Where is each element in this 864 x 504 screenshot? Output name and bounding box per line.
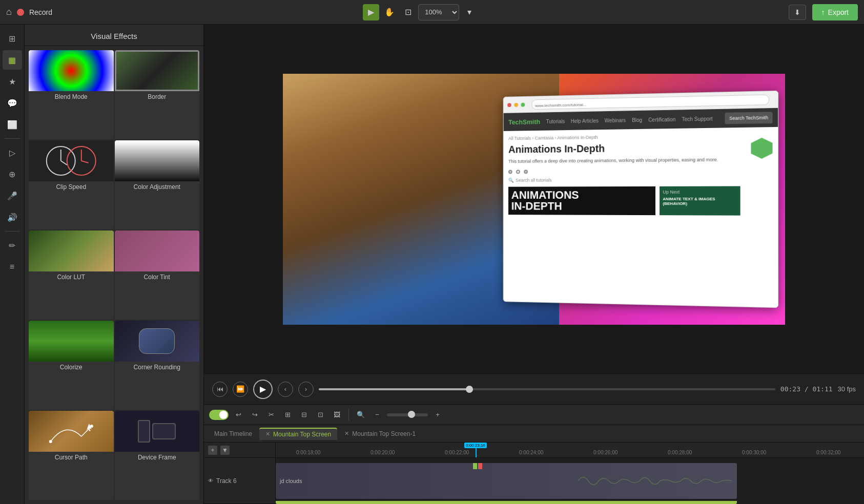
icon-bar-library[interactable]: ▦ (3, 50, 22, 70)
search-glass-icon: 🔍 (508, 177, 513, 182)
banner-line2: IN-DEPTH (511, 200, 653, 212)
browser-url-bar: www.techsmith.com/tutorial... (532, 94, 770, 110)
effect-label-device-frame: Device Frame (138, 454, 176, 461)
screenshot-button[interactable]: 🖼 (330, 408, 343, 422)
zoom-in-btn[interactable]: 🔍 (354, 408, 367, 422)
icon-bar-comments[interactable]: 💬 (3, 93, 22, 113)
browser-search-btn[interactable]: Search TechSmith (725, 112, 773, 124)
effect-thumb-colorize (29, 321, 114, 362)
effects-title: Visual Effects (25, 25, 203, 46)
app-title: Record (29, 8, 52, 16)
tab-main-timeline[interactable]: Main Timeline (208, 428, 258, 439)
banner-line1: ANIMATIONS (511, 189, 653, 200)
copy-button[interactable]: ⊞ (281, 408, 294, 422)
effect-thumb-corner-rounding (115, 321, 200, 362)
next-frame-button[interactable]: › (298, 382, 314, 397)
fps-display: 30 fps (838, 385, 856, 393)
effect-thumb-border (115, 50, 200, 91)
crop-tool-button[interactable]: ⊡ (400, 4, 416, 20)
zoom-slider[interactable] (387, 413, 428, 416)
playback-progress (319, 388, 469, 390)
paste-button[interactable]: ⊟ (297, 408, 311, 422)
effect-label-color-adj: Color Adjustment (134, 183, 180, 191)
search-tutorials-text: Search all tutorials (516, 177, 552, 182)
step-forward-button[interactable]: ⏩ (233, 382, 248, 397)
icon-bar-zoom[interactable]: ⊕ (3, 164, 22, 184)
export-button[interactable]: ↑ Export (812, 4, 858, 20)
prev-frame-button[interactable]: ‹ (278, 382, 293, 397)
zoom-plus-btn[interactable]: + (431, 408, 444, 422)
playback-slider[interactable] (319, 388, 775, 390)
pan-tool-button[interactable]: ✋ (381, 4, 398, 20)
content-grid: ANIMATIONS IN-DEPTH Up Next ANIMATE TEXT… (508, 186, 740, 215)
playhead-time-label: 0:00:23;16 (464, 443, 487, 448)
add-track-button[interactable]: + (208, 446, 217, 455)
effect-colorize[interactable]: Colorize (29, 321, 114, 410)
animations-banner: ANIMATIONS IN-DEPTH (508, 186, 655, 215)
icon-bar-captions[interactable]: ≡ (3, 257, 22, 277)
browser-breadcrumb: All Tutorials › Camtasia › Animations In… (508, 133, 740, 141)
clip-jd-clouds[interactable]: jd clouds (276, 463, 737, 499)
effect-clip-speed[interactable]: Clip Speed (29, 140, 114, 229)
playback-bar: ⏮ ⏩ ▶ ‹ › 00:23 / 01:11 30 fps (204, 373, 864, 404)
filter-dot-3 (524, 170, 528, 174)
icon-bar-callouts[interactable]: ⬜ (3, 115, 22, 134)
effect-cursor-path[interactable]: Cursor Path (29, 411, 114, 500)
cut-button[interactable]: ✂ (264, 408, 278, 422)
effect-label-color-lut: Color LUT (57, 274, 85, 281)
preview-canvas: www.techsmith.com/tutorial... TechSmith … (283, 74, 785, 325)
redo-button[interactable]: ↪ (248, 408, 261, 422)
techsmith-hex-logo (751, 137, 773, 159)
select-tool-button[interactable]: ▶ (363, 4, 379, 20)
play-button[interactable]: ▶ (253, 380, 273, 399)
rewind-button[interactable]: ⏮ (212, 382, 228, 397)
browser-filter-area (508, 168, 740, 174)
zoom-minus-btn[interactable]: − (371, 408, 384, 422)
nav-tutorials: Tutorials (546, 118, 565, 124)
effect-color-tint[interactable]: Color Tint (115, 230, 200, 320)
icon-bar-volume[interactable]: 🔊 (3, 207, 22, 227)
effect-label-colorize: Colorize (60, 364, 83, 371)
split-button[interactable]: ⊡ (314, 408, 327, 422)
time-mark-32: 0:00:32;00 (816, 450, 840, 455)
timeline-tabs: Main Timeline ✕ Mountain Top Screen ✕ Mo… (204, 425, 864, 443)
effects-panel: Visual Effects Blend Mode Border (25, 25, 204, 504)
effect-thumb-clip-speed (29, 140, 114, 181)
effect-color-adjustment[interactable]: Color Adjustment (115, 140, 200, 229)
icon-bar-media[interactable]: ⊞ (3, 29, 22, 48)
playback-thumb[interactable] (466, 386, 473, 393)
export-label: Export (828, 8, 849, 16)
effect-device-frame[interactable]: Device Frame (115, 411, 200, 500)
time-mark-28: 0:00:28;00 (668, 450, 692, 455)
techsmith-logo: TechSmith (508, 118, 540, 126)
tab-mountain-top-screen[interactable]: ✕ Mountain Top Screen (259, 428, 337, 440)
chevron-down-icon[interactable]: ▾ (461, 4, 478, 20)
tab-mountain-label: Mountain Top Screen (273, 431, 331, 438)
up-next-panel: Up Next ANIMATE TEXT & IMAGES (BEHAVIOR) (660, 186, 740, 215)
effect-corner-rounding[interactable]: Corner Rounding (115, 321, 200, 410)
collapse-track-button[interactable]: ▼ (220, 446, 230, 455)
browser-url-text: www.techsmith.com/tutorial... (532, 101, 589, 109)
track-visibility-icon[interactable]: 👁 (208, 478, 213, 484)
icon-bar-audio[interactable]: 🎤 (3, 186, 22, 205)
effect-border[interactable]: Border (115, 50, 200, 139)
tab-close-mountain-1[interactable]: ✕ (344, 430, 349, 437)
zoom-select[interactable]: 100% (418, 4, 459, 20)
effect-color-lut[interactable]: Color LUT (29, 230, 114, 320)
icon-bar-cursor[interactable]: ✏ (3, 236, 22, 255)
effect-blend-mode[interactable]: Blend Mode (29, 50, 114, 139)
preview-browser: www.techsmith.com/tutorial... TechSmith … (503, 90, 778, 307)
icon-bar-favorites[interactable]: ★ (3, 72, 22, 91)
undo-button[interactable]: ↩ (232, 408, 245, 422)
tab-mountain-top-screen-1[interactable]: ✕ Mountain Top Screen-1 (338, 428, 422, 439)
home-icon[interactable]: ⌂ (6, 7, 12, 17)
export-icon: ↑ (821, 8, 825, 16)
zoom-slider-thumb[interactable] (408, 411, 415, 418)
browser-sub-text: This tutorial offers a deep dive into cr… (508, 156, 740, 164)
tab-mountain-1-label: Mountain Top Screen-1 (352, 430, 416, 437)
tab-close-mountain[interactable]: ✕ (265, 431, 270, 437)
timeline-toggle[interactable] (209, 410, 229, 420)
icon-bar-transitions[interactable]: ▷ (3, 143, 22, 162)
download-button[interactable]: ⬇ (789, 5, 806, 20)
preview-area: www.techsmith.com/tutorial... TechSmith … (204, 25, 864, 504)
